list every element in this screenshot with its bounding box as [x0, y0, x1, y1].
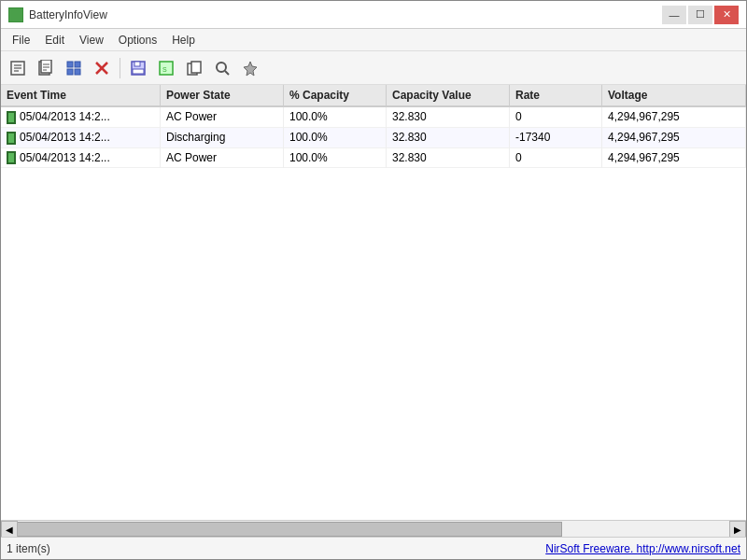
- toolbar-sep-1: [120, 58, 120, 78]
- status-bar: 1 item(s) NirSoft Freeware. http://www.n…: [1, 537, 746, 559]
- copy-button[interactable]: [181, 55, 207, 81]
- main-window: BatteryInfoView — ☐ ✕ File Edit View Opt…: [0, 0, 747, 560]
- select-all-button[interactable]: [61, 55, 87, 81]
- menu-view[interactable]: View: [72, 32, 111, 49]
- app-icon: [8, 7, 23, 22]
- maximize-button[interactable]: ☐: [688, 6, 712, 24]
- menu-help[interactable]: Help: [164, 32, 203, 49]
- status-items-count: 1 item(s): [7, 542, 50, 555]
- cell-capacity-value: 32.830: [387, 147, 510, 168]
- col-header-capacity-value[interactable]: Capacity Value: [387, 85, 510, 106]
- svg-rect-5: [41, 60, 51, 73]
- save-html-icon: S: [158, 60, 175, 77]
- pin-icon: [242, 60, 259, 77]
- deselect-button[interactable]: [89, 55, 115, 81]
- svg-rect-16: [134, 62, 140, 66]
- cell-event-time: 05/04/2013 14:2...: [1, 127, 161, 147]
- content-area: Event Time Power State % Capacity Capaci…: [1, 85, 746, 537]
- minimize-button[interactable]: —: [662, 6, 686, 24]
- pin-button[interactable]: [237, 55, 263, 81]
- cell-rate: -17340: [510, 127, 602, 147]
- col-header-event-time[interactable]: Event Time: [1, 85, 161, 106]
- cell-voltage: 4,294,967,295: [602, 127, 746, 147]
- svg-point-22: [217, 63, 226, 72]
- table-container[interactable]: Event Time Power State % Capacity Capaci…: [1, 85, 746, 520]
- properties-button[interactable]: [5, 55, 31, 81]
- scroll-left-arrow[interactable]: ◀: [1, 521, 18, 537]
- cell-rate: 0: [510, 147, 602, 168]
- title-bar-left: BatteryInfoView: [8, 7, 107, 22]
- svg-rect-9: [67, 62, 73, 67]
- menu-options[interactable]: Options: [111, 32, 164, 49]
- events-table: Event Time Power State % Capacity Capaci…: [1, 85, 746, 168]
- cell-power-state: Discharging: [161, 127, 284, 147]
- select-all-icon: [65, 60, 82, 77]
- deselect-icon: [93, 60, 110, 77]
- cell-power-state: AC Power: [161, 147, 284, 168]
- table-row[interactable]: 05/04/2013 14:2...Discharging100.0%32.83…: [1, 127, 746, 147]
- scroll-thumb[interactable]: [2, 522, 562, 537]
- scroll-right-arrow[interactable]: ▶: [729, 521, 746, 537]
- title-bar: BatteryInfoView — ☐ ✕: [1, 1, 746, 29]
- svg-rect-12: [75, 69, 80, 75]
- html-icon: [37, 60, 54, 77]
- properties-icon: [9, 60, 26, 77]
- scroll-track: ◀ ▶: [1, 521, 746, 537]
- cell-event-time: 05/04/2013 14:2...: [1, 106, 161, 127]
- cell-voltage: 4,294,967,295: [602, 147, 746, 168]
- svg-line-23: [225, 71, 229, 75]
- find-button[interactable]: [209, 55, 235, 81]
- cell-event-time: 05/04/2013 14:2...: [1, 147, 161, 168]
- cell-capacity-value: 32.830: [387, 127, 510, 147]
- table-row[interactable]: 05/04/2013 14:2...AC Power100.0%32.83004…: [1, 106, 746, 127]
- svg-text:S: S: [162, 66, 167, 73]
- cell-pct-capacity: 100.0%: [284, 127, 387, 147]
- toolbar: S: [1, 51, 746, 85]
- nirsoft-link[interactable]: NirSoft Freeware. http://www.nirsoft.net: [545, 542, 740, 555]
- table-row[interactable]: 05/04/2013 14:2...AC Power100.0%32.83004…: [1, 147, 746, 168]
- save-html-button[interactable]: S: [153, 55, 179, 81]
- cell-capacity-value: 32.830: [387, 106, 510, 127]
- table-header-row: Event Time Power State % Capacity Capaci…: [1, 85, 746, 106]
- svg-rect-10: [75, 62, 80, 67]
- save-icon: [130, 60, 147, 77]
- svg-marker-24: [244, 62, 257, 76]
- col-header-pct-capacity[interactable]: % Capacity: [284, 85, 387, 106]
- table-body: 05/04/2013 14:2...AC Power100.0%32.83004…: [1, 106, 746, 168]
- cell-voltage: 4,294,967,295: [602, 106, 746, 127]
- window-title: BatteryInfoView: [29, 8, 107, 21]
- html-report-button[interactable]: [33, 55, 59, 81]
- horizontal-scrollbar[interactable]: ◀ ▶: [1, 520, 746, 537]
- cell-pct-capacity: 100.0%: [284, 106, 387, 127]
- find-icon: [214, 60, 231, 77]
- svg-rect-17: [133, 69, 144, 74]
- close-button[interactable]: ✕: [714, 6, 739, 24]
- copy-icon: [186, 60, 203, 77]
- svg-rect-11: [67, 69, 73, 75]
- col-header-voltage[interactable]: Voltage: [602, 85, 746, 106]
- cell-rate: 0: [510, 106, 602, 127]
- title-controls: — ☐ ✕: [662, 6, 739, 24]
- cell-pct-capacity: 100.0%: [284, 147, 387, 168]
- menu-bar: File Edit View Options Help: [1, 29, 746, 51]
- col-header-power-state[interactable]: Power State: [161, 85, 284, 106]
- cell-power-state: AC Power: [161, 106, 284, 127]
- menu-edit[interactable]: Edit: [37, 32, 72, 49]
- menu-file[interactable]: File: [5, 32, 37, 49]
- svg-rect-21: [191, 62, 201, 73]
- save-button[interactable]: [125, 55, 151, 81]
- col-header-rate[interactable]: Rate: [510, 85, 602, 106]
